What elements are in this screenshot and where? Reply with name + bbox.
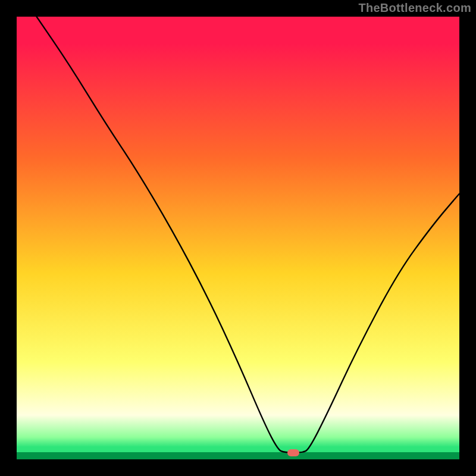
attribution-text: TheBottleneck.com [358,1,471,15]
optimal-point-marker [287,449,299,456]
stage: TheBottleneck.com [0,0,476,476]
plot-area [17,17,459,459]
curve-svg [17,17,459,459]
bottleneck-curve [37,17,460,453]
